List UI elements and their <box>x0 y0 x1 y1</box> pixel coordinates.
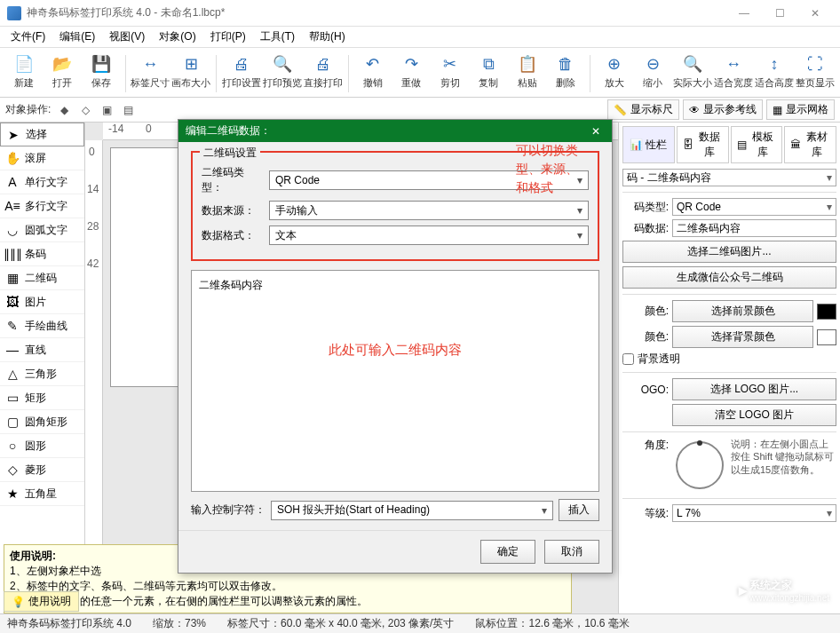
toolbar-整页显示[interactable]: ⛶整页显示 <box>796 51 835 91</box>
toolbar-打开[interactable]: 📂打开 <box>44 51 82 91</box>
fg-color-swatch[interactable] <box>817 304 836 320</box>
align-icon[interactable]: ▣ <box>99 102 115 118</box>
toolbar-icon: ⊖ <box>642 53 663 75</box>
maximize-button[interactable]: ☐ <box>762 0 797 27</box>
tool-圆角矩形[interactable]: ▢圆角矩形 <box>0 410 84 434</box>
ruler-vertical: 0 14 28 42 <box>85 140 103 613</box>
tool-直线[interactable]: —直线 <box>0 338 84 362</box>
gen-wechat-qr-button[interactable]: 生成微信公众号二维码 <box>622 266 836 289</box>
bg-transparent-checkbox[interactable] <box>622 353 634 365</box>
angle-dial[interactable] <box>676 441 724 489</box>
toggle-guides[interactable]: 👁显示参考线 <box>683 99 763 120</box>
tool-条码[interactable]: ∥∥∥条码 <box>0 242 84 266</box>
ok-button[interactable]: 确定 <box>480 540 535 564</box>
status-mouse: 鼠标位置：12.6 毫米，10.6 毫米 <box>475 616 629 631</box>
toolbar-icon: ↔ <box>723 53 744 75</box>
tool-圆弧文字[interactable]: ◡圆弧文字 <box>0 218 84 242</box>
toolbar-缩小[interactable]: ⊖缩小 <box>634 51 671 91</box>
toolbar-适合宽度[interactable]: ↔适合宽度 <box>714 51 753 91</box>
tool-滚屏[interactable]: ✋滚屏 <box>0 146 84 170</box>
dialog-titlebar[interactable]: 编辑二维码数据： ✕ <box>178 120 612 142</box>
status-app: 神奇条码标签打印系统 4.0 <box>7 616 131 631</box>
code-type-select[interactable]: QR Code <box>672 198 836 216</box>
group-legend: 二维码设置 <box>200 146 260 161</box>
tool-图片[interactable]: 🖼图片 <box>0 290 84 314</box>
toolbar-icon: 🔍 <box>682 53 703 75</box>
toolbar-删除[interactable]: 🗑删除 <box>548 51 585 91</box>
menu-help[interactable]: 帮助(H) <box>302 29 353 44</box>
tab-properties[interactable]: 📊性栏 <box>622 126 675 163</box>
code-data-input[interactable]: 二维条码内容 <box>672 219 836 237</box>
toolbar-保存[interactable]: 💾保存 <box>83 51 120 91</box>
pick-bg-color-button[interactable]: 选择背景颜色 <box>672 326 813 348</box>
object-type-select[interactable]: 码 - 二维条码内容 <box>622 169 836 186</box>
toolbar-实际大小[interactable]: 🔍实际大小 <box>673 51 712 91</box>
tool-手绘曲线[interactable]: ✎手绘曲线 <box>0 314 84 338</box>
watermark: 系统之家 www.xitongzhijia.net <box>709 573 829 608</box>
menu-tools[interactable]: 工具(T) <box>253 29 302 44</box>
toolbar-标签尺寸[interactable]: ↔标签尺寸 <box>131 51 170 91</box>
toolbar-适合高度[interactable]: ↕适合高度 <box>755 51 794 91</box>
tool-二维码[interactable]: ▦二维码 <box>0 266 84 290</box>
tool-三角形[interactable]: △三角形 <box>0 362 84 386</box>
layer-icon2[interactable]: ◇ <box>77 102 93 118</box>
insert-button[interactable]: 插入 <box>559 499 599 521</box>
toolbar-撤销[interactable]: ↶撤销 <box>354 51 392 91</box>
tool-icon: ✋ <box>5 151 20 165</box>
align-icon2[interactable]: ▤ <box>120 102 136 118</box>
pick-fg-color-button[interactable]: 选择前景颜色 <box>672 300 813 322</box>
menu-file[interactable]: 文件(F) <box>4 29 52 44</box>
ec-level-select[interactable]: L 7% <box>672 504 836 522</box>
toolbar-放大[interactable]: ⊕放大 <box>596 51 633 91</box>
dialog-close-button[interactable]: ✕ <box>587 125 605 138</box>
tool-矩形[interactable]: ▭矩形 <box>0 386 84 410</box>
toolbar-icon: 💾 <box>91 53 112 75</box>
toolbar-icon: 📋 <box>517 53 538 75</box>
app-icon <box>7 6 21 20</box>
bg-color-swatch[interactable] <box>817 329 836 345</box>
tool-icon: ∥∥∥ <box>5 247 20 261</box>
tool-圆形[interactable]: ○圆形 <box>0 434 84 458</box>
data-source-select[interactable]: 手动输入 <box>269 201 589 220</box>
tab-database[interactable]: 🗄数据库 <box>677 126 729 163</box>
toolbar-复制[interactable]: ⧉复制 <box>471 51 508 91</box>
pick-qr-image-button[interactable]: 选择二维码图片... <box>622 241 836 263</box>
toolbar-icon: 📄 <box>13 53 35 75</box>
data-format-select[interactable]: 文本 <box>269 226 589 245</box>
tool-icon: ➤ <box>6 128 20 142</box>
menu-view[interactable]: 视图(V) <box>102 29 152 44</box>
tool-五角星[interactable]: ★五角星 <box>0 482 84 506</box>
help-button[interactable]: 💡使用说明 <box>4 591 79 612</box>
toolbar-重做[interactable]: ↷重做 <box>393 51 431 91</box>
close-button[interactable]: ✕ <box>797 0 833 27</box>
minimize-button[interactable]: — <box>726 0 762 27</box>
menu-print[interactable]: 打印(P) <box>203 29 253 44</box>
tool-选择[interactable]: ➤选择 <box>0 123 84 146</box>
toolbar-icon: 🗑 <box>555 53 576 75</box>
pick-logo-button[interactable]: 选择 LOGO 图片... <box>672 378 836 400</box>
tab-assets[interactable]: 🏛素材库 <box>784 126 836 163</box>
toggle-ruler[interactable]: 📏显示标尺 <box>607 99 679 120</box>
cancel-button[interactable]: 取消 <box>544 540 599 564</box>
tool-多行文字[interactable]: A≡多行文字 <box>0 194 84 218</box>
toggle-grid[interactable]: ▦显示网格 <box>766 99 835 120</box>
toolbar-直接打印[interactable]: 🖨直接打印 <box>304 51 343 91</box>
toolbar-打印设置[interactable]: 🖨打印设置 <box>222 51 261 91</box>
tab-templates[interactable]: ▤模板库 <box>731 126 783 163</box>
toolbar-打印预览[interactable]: 🔍打印预览 <box>263 51 302 91</box>
toolbar-新建[interactable]: 📄新建 <box>5 51 43 91</box>
menu-edit[interactable]: 编辑(E) <box>52 29 102 44</box>
tool-单行文字[interactable]: A单行文字 <box>0 170 84 194</box>
tool-菱形[interactable]: ◇菱形 <box>0 458 84 482</box>
layer-icon[interactable]: ◆ <box>56 102 72 118</box>
toolbar-画布大小[interactable]: ⊞画布大小 <box>171 51 210 91</box>
toolbar-粘贴[interactable]: 📋粘贴 <box>509 51 546 91</box>
control-char-select[interactable]: SOH 报头开始(Start of Heading) <box>271 501 553 520</box>
tool-icon: ◡ <box>5 223 20 237</box>
menu-object[interactable]: 对象(O) <box>152 29 202 44</box>
status-bar: 神奇条码标签打印系统 4.0 缩放：73% 标签尺寸：60.0 毫米 x 40.… <box>0 613 840 633</box>
clear-logo-button[interactable]: 清空 LOGO 图片 <box>672 404 836 426</box>
toolbar-剪切[interactable]: ✂剪切 <box>432 51 469 91</box>
qr-content-textarea[interactable]: 二维条码内容 此处可输入二维码内容 <box>191 270 599 492</box>
tool-icon: A≡ <box>5 199 20 213</box>
